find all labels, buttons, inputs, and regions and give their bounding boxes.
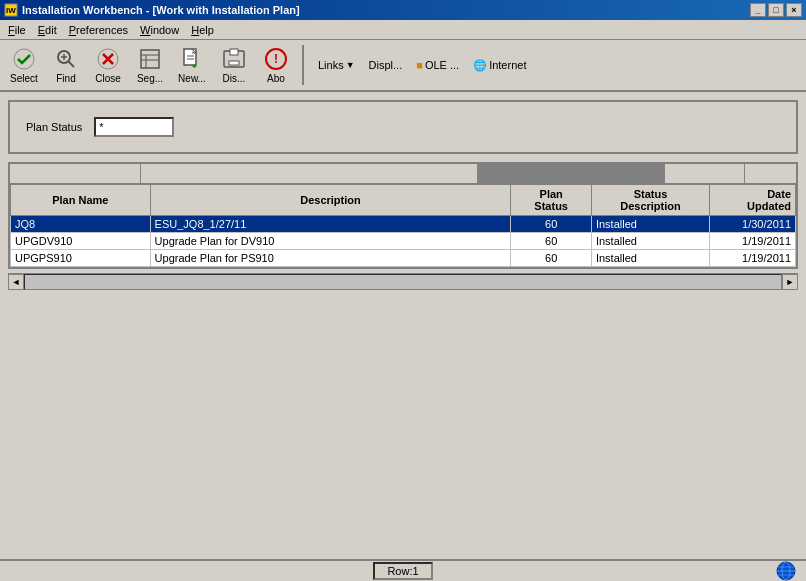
displ-button[interactable]: Displ... (365, 57, 407, 73)
select-button[interactable]: Select (4, 43, 44, 87)
menu-help[interactable]: Help (185, 22, 220, 38)
header-description[interactable]: Description (150, 185, 511, 216)
table-container: Plan Name Description PlanStatus StatusD… (8, 162, 798, 269)
data-table: Plan Name Description PlanStatus StatusD… (10, 184, 796, 267)
table-row[interactable]: UPGPS910 Upgrade Plan for PS910 60 Insta… (11, 250, 796, 267)
close-icon (96, 47, 120, 71)
cell-plan-name: JQ8 (11, 216, 151, 233)
cell-description: ESU_JQ8_1/27/11 (150, 216, 511, 233)
sort-cell-5[interactable] (665, 164, 745, 184)
internet-label: Internet (489, 59, 526, 71)
row-indicator: Row:1 (373, 562, 432, 580)
table-row[interactable]: JQ8 ESU_JQ8_1/27/11 60 Installed 1/30/20… (11, 216, 796, 233)
globe-icon (774, 561, 798, 581)
ole-icon: ■ (416, 59, 423, 71)
header-plan-name[interactable]: Plan Name (11, 185, 151, 216)
toolbar-divider (302, 45, 304, 85)
sort-cell-3[interactable] (478, 164, 554, 184)
svg-text:+: + (192, 62, 197, 71)
title-bar: IW Installation Workbench - [Work with I… (0, 0, 806, 20)
find-icon (54, 47, 78, 71)
filter-area: Plan Status (8, 100, 798, 154)
cell-status-desc: Installed (591, 233, 709, 250)
menu-edit[interactable]: Edit (32, 22, 63, 38)
app-icon: IW (4, 3, 18, 17)
dis-label: Dis... (223, 73, 246, 84)
menu-preferences[interactable]: Preferences (63, 22, 134, 38)
menu-window[interactable]: Window (134, 22, 185, 38)
svg-text:!: ! (274, 52, 278, 66)
find-button[interactable]: Find (46, 43, 86, 87)
svg-text:IW: IW (6, 6, 16, 15)
ole-button[interactable]: ■ OLE ... (412, 57, 463, 73)
select-icon (12, 47, 36, 71)
status-bar: Row:1 (0, 559, 806, 581)
header-plan-status[interactable]: PlanStatus (511, 185, 592, 216)
toolbar-right: Links ▼ Displ... ■ OLE ... 🌐 Internet (314, 57, 530, 74)
scroll-left-button[interactable]: ◄ (8, 274, 24, 290)
cell-description: Upgrade Plan for PS910 (150, 250, 511, 267)
ole-label: OLE ... (425, 59, 459, 71)
cell-status-desc: Installed (591, 216, 709, 233)
abo-label: Abo (267, 73, 285, 84)
cell-plan-status: 60 (511, 216, 592, 233)
scroll-track[interactable] (24, 274, 782, 290)
abo-icon: ! (264, 47, 288, 71)
new-button[interactable]: + New... (172, 43, 212, 87)
window-title: Installation Workbench - [Work with Inst… (22, 4, 750, 16)
sort-row (10, 164, 796, 184)
cell-plan-status: 60 (511, 250, 592, 267)
links-button[interactable]: Links ▼ (314, 57, 359, 73)
svg-line-4 (68, 61, 74, 67)
sort-cell-1[interactable] (10, 164, 141, 184)
plan-status-label: Plan Status (26, 121, 82, 133)
restore-btn[interactable]: □ (768, 3, 784, 17)
sort-cell-4[interactable] (554, 164, 665, 184)
new-label: New... (178, 73, 206, 84)
horizontal-scrollbar[interactable]: ◄ ► (8, 273, 798, 289)
cell-plan-name: UPGDV910 (11, 233, 151, 250)
cell-date-updated: 1/19/2011 (710, 250, 796, 267)
table-row[interactable]: UPGDV910 Upgrade Plan for DV910 60 Insta… (11, 233, 796, 250)
svg-rect-19 (230, 49, 238, 55)
scroll-right-button[interactable]: ► (782, 274, 798, 290)
internet-button[interactable]: 🌐 Internet (469, 57, 530, 74)
internet-icon: 🌐 (473, 59, 487, 72)
close-btn[interactable]: × (786, 3, 802, 17)
window-controls[interactable]: _ □ × (750, 3, 802, 17)
menu-file[interactable]: File (2, 22, 32, 38)
links-label: Links (318, 59, 344, 71)
svg-rect-10 (141, 50, 159, 68)
links-arrow-icon: ▼ (346, 60, 355, 70)
dis-button[interactable]: Dis... (214, 43, 254, 87)
table-header-row: Plan Name Description PlanStatus StatusD… (11, 185, 796, 216)
select-label: Select (10, 73, 38, 84)
new-icon: + (180, 47, 204, 71)
minimize-btn[interactable]: _ (750, 3, 766, 17)
main-content: Plan Status Plan Name Description PlanSt… (0, 92, 806, 559)
seg-label: Seg... (137, 73, 163, 84)
close-button[interactable]: Close (88, 43, 128, 87)
plan-status-input[interactable] (94, 117, 174, 137)
svg-point-2 (14, 49, 34, 69)
cell-date-updated: 1/19/2011 (710, 233, 796, 250)
dis-icon (222, 47, 246, 71)
cell-description: Upgrade Plan for DV910 (150, 233, 511, 250)
cell-date-updated: 1/30/2011 (710, 216, 796, 233)
cell-plan-status: 60 (511, 233, 592, 250)
displ-label: Displ... (369, 59, 403, 71)
svg-rect-20 (229, 61, 239, 65)
seg-button[interactable]: Seg... (130, 43, 170, 87)
sort-cell-2[interactable] (141, 164, 478, 184)
find-label: Find (56, 73, 75, 84)
seg-icon (138, 47, 162, 71)
toolbar: Select Find Close (0, 40, 806, 92)
cell-status-desc: Installed (591, 250, 709, 267)
menu-bar: File Edit Preferences Window Help (0, 20, 806, 40)
abo-button[interactable]: ! Abo (256, 43, 296, 87)
cell-plan-name: UPGPS910 (11, 250, 151, 267)
header-date-updated[interactable]: DateUpdated (710, 185, 796, 216)
close-label: Close (95, 73, 121, 84)
header-status-desc[interactable]: StatusDescription (591, 185, 709, 216)
